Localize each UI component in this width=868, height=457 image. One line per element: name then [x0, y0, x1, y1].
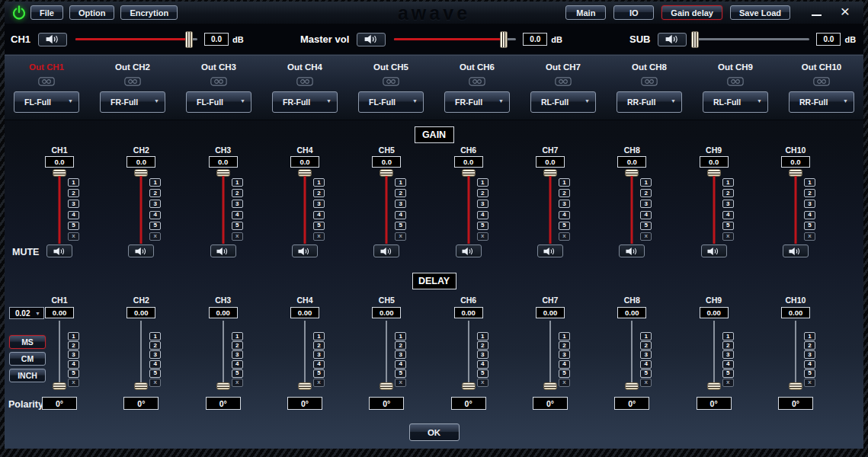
preset-button-3[interactable]: 3: [722, 350, 734, 359]
preset-button-x[interactable]: x: [149, 379, 161, 387]
delay-value-box[interactable]: 0.00: [290, 307, 319, 318]
polarity-value-box[interactable]: 0°: [369, 397, 404, 410]
preset-button-4[interactable]: 4: [559, 360, 570, 369]
link-icon[interactable]: [641, 77, 658, 86]
polarity-value-box[interactable]: 0°: [451, 397, 486, 410]
delay-slider-handle[interactable]: [543, 382, 557, 390]
preset-button-x[interactable]: x: [559, 379, 570, 387]
volume-slider[interactable]: [75, 30, 197, 49]
preset-button-3[interactable]: 3: [477, 350, 488, 359]
preset-button-3[interactable]: 3: [640, 350, 652, 359]
preset-button-5[interactable]: 5: [232, 369, 243, 378]
output-channel-label[interactable]: Out CH8: [610, 62, 689, 72]
view-tab-button[interactable]: Main: [565, 5, 606, 20]
link-icon[interactable]: [383, 77, 399, 86]
power-icon[interactable]: [11, 5, 27, 21]
output-channel-label[interactable]: Out CH2: [93, 62, 172, 72]
delay-slider-track[interactable]: [468, 321, 469, 385]
delay-slider-handle[interactable]: [380, 382, 393, 390]
preset-button-2[interactable]: 2: [722, 341, 734, 350]
preset-button-x[interactable]: x: [68, 379, 79, 387]
preset-button-2[interactable]: 2: [395, 341, 406, 350]
output-channel-label[interactable]: Out CH9: [696, 62, 775, 72]
mute-button[interactable]: [357, 33, 386, 46]
preset-button-4[interactable]: 4: [640, 360, 652, 369]
polarity-value-box[interactable]: 0°: [533, 397, 568, 410]
preset-button-4[interactable]: 4: [313, 360, 325, 369]
delay-slider-track[interactable]: [140, 321, 142, 385]
preset-button-5[interactable]: 5: [68, 369, 79, 378]
output-channel-label[interactable]: Out CH5: [351, 62, 431, 72]
preset-button-2[interactable]: 2: [804, 341, 815, 350]
ok-button[interactable]: OK: [409, 423, 460, 441]
delay-slider-handle[interactable]: [53, 382, 66, 390]
minimize-button[interactable]: [811, 5, 823, 20]
channel-mode-dropdown[interactable]: RL-Full ▼: [530, 91, 596, 113]
volume-slider[interactable]: [394, 30, 516, 49]
slider-handle[interactable]: [500, 31, 508, 48]
channel-mode-dropdown[interactable]: RL-Full ▼: [703, 91, 768, 113]
preset-button-x[interactable]: x: [722, 379, 734, 387]
preset-button-3[interactable]: 3: [232, 350, 243, 359]
preset-button-2[interactable]: 2: [477, 341, 488, 350]
delay-slider-track[interactable]: [713, 321, 715, 385]
link-icon[interactable]: [296, 77, 313, 86]
preset-button-2[interactable]: 2: [313, 341, 325, 350]
preset-button-x[interactable]: x: [804, 379, 815, 387]
output-channel-label[interactable]: Out CH7: [524, 62, 603, 72]
delay-value-box[interactable]: 0.00: [781, 307, 810, 318]
link-icon[interactable]: [469, 77, 485, 86]
preset-button-2[interactable]: 2: [68, 341, 79, 350]
delay-slider-track[interactable]: [386, 321, 387, 385]
delay-value-box[interactable]: 0.00: [127, 307, 155, 318]
output-channel-label[interactable]: Out CH6: [437, 62, 517, 72]
preset-button-1[interactable]: 1: [640, 332, 652, 340]
polarity-value-box[interactable]: 0°: [287, 397, 322, 410]
preset-button-5[interactable]: 5: [804, 369, 815, 378]
output-channel-label[interactable]: Out CH3: [179, 62, 258, 72]
delay-slider-track[interactable]: [304, 321, 306, 385]
output-channel-label[interactable]: Out CH4: [265, 62, 344, 72]
channel-mode-dropdown[interactable]: FL-Full ▼: [186, 91, 251, 113]
delay-value-box[interactable]: 0.00: [45, 307, 74, 318]
polarity-value-box[interactable]: 0°: [697, 397, 732, 410]
preset-button-x[interactable]: x: [232, 379, 243, 387]
menu-button[interactable]: Option: [69, 5, 114, 20]
delay-slider-handle[interactable]: [298, 382, 312, 390]
menu-button[interactable]: File: [30, 5, 63, 20]
delay-slider-handle[interactable]: [789, 382, 802, 390]
view-tab-button[interactable]: Gain delay: [661, 5, 722, 20]
preset-button-5[interactable]: 5: [640, 369, 652, 378]
preset-button-3[interactable]: 3: [68, 350, 79, 359]
preset-button-3[interactable]: 3: [804, 350, 815, 359]
delay-slider-track[interactable]: [631, 321, 633, 385]
delay-slider-handle[interactable]: [462, 382, 476, 390]
preset-button-x[interactable]: x: [477, 379, 488, 387]
preset-button-4[interactable]: 4: [395, 360, 406, 369]
preset-button-2[interactable]: 2: [559, 341, 570, 350]
delay-slider-track[interactable]: [59, 321, 60, 385]
delay-slider-handle[interactable]: [216, 382, 230, 390]
preset-button-4[interactable]: 4: [68, 360, 79, 369]
polarity-value-box[interactable]: 0°: [778, 397, 813, 410]
preset-button-2[interactable]: 2: [232, 341, 243, 350]
delay-value-box[interactable]: 0.00: [372, 307, 401, 318]
channel-mode-dropdown[interactable]: RR-Full ▼: [789, 91, 854, 113]
preset-button-3[interactable]: 3: [395, 350, 406, 359]
polarity-value-box[interactable]: 0°: [614, 397, 649, 410]
preset-button-4[interactable]: 4: [722, 360, 734, 369]
preset-button-5[interactable]: 5: [149, 369, 161, 378]
channel-mode-dropdown[interactable]: FR-Full ▼: [444, 91, 510, 113]
volume-value-box[interactable]: 0.0: [204, 33, 229, 46]
channel-mode-dropdown[interactable]: RR-Full ▼: [617, 91, 682, 113]
preset-button-x[interactable]: x: [395, 379, 406, 387]
delay-value-box[interactable]: 0.00: [617, 307, 646, 318]
preset-button-1[interactable]: 1: [559, 332, 570, 340]
close-button[interactable]: ×: [838, 2, 853, 23]
delay-value-box[interactable]: 0.00: [700, 307, 729, 318]
delay-value-box[interactable]: 0.00: [454, 307, 483, 318]
link-icon[interactable]: [38, 77, 55, 86]
preset-button-5[interactable]: 5: [477, 369, 488, 378]
channel-mode-dropdown[interactable]: FR-Full ▼: [100, 91, 165, 113]
delay-slider-handle[interactable]: [707, 382, 721, 390]
